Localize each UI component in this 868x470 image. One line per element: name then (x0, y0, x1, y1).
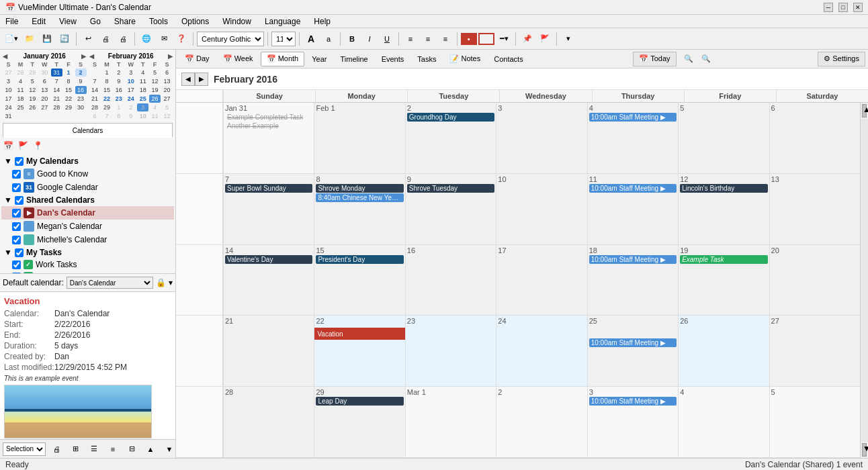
jan-day[interactable]: 30 (75, 103, 87, 111)
down-arrow-icon[interactable]: ▾ (169, 278, 173, 287)
menu-edit[interactable]: Edit (29, 15, 48, 28)
open-button[interactable]: 📁 (21, 31, 38, 47)
cal-cell-feb29[interactable]: 29 Leap Day (314, 387, 404, 457)
feb-day[interactable]: 3 (137, 103, 148, 111)
print-bottom-button[interactable]: 🖨 (48, 441, 64, 457)
jan-day[interactable]: 30 (39, 68, 50, 77)
feb-day[interactable]: 29 (101, 103, 112, 111)
cal-cell-feb20[interactable]: 20 (769, 245, 860, 316)
font-select[interactable]: Century Gothic (197, 32, 264, 46)
cal-cell-feb22[interactable]: 22 Vacation▶ (314, 316, 404, 386)
jan-day[interactable]: 25 (15, 103, 26, 111)
event-shrove-tuesday[interactable]: Shrove Tuesday (407, 184, 494, 193)
calendar-michelle[interactable]: Michelle's Calendar (1, 233, 174, 246)
jan-day[interactable]: 5 (27, 77, 38, 85)
feb-day[interactable]: 5 (149, 68, 161, 77)
jan-day[interactable]: 13 (39, 86, 50, 94)
bold-button[interactable]: B (344, 31, 360, 47)
my-calendars-checkbox[interactable] (15, 157, 24, 166)
event-presidents-day[interactable]: President's Day (316, 255, 403, 264)
jan-day[interactable]: 9 (75, 77, 87, 85)
tab-events[interactable]: Events (376, 52, 410, 66)
cal-cell-mar2[interactable]: 2 (496, 387, 587, 457)
event-shrove-monday[interactable]: Shrove Monday (316, 184, 403, 193)
cal-cell-feb2[interactable]: 2 Groundhog Day (405, 103, 496, 173)
italic-button[interactable]: I (361, 31, 378, 47)
list-view-button[interactable]: ☰ (86, 441, 102, 457)
cal-cell-feb15[interactable]: 15 President's Day (314, 245, 404, 316)
feb-day[interactable]: 8 (113, 112, 124, 120)
menu-language[interactable]: Language (262, 15, 303, 28)
cal-cell-feb5[interactable]: 5 (678, 103, 769, 173)
jan-day[interactable]: 16 (75, 86, 87, 94)
jan-day[interactable]: 17 (3, 95, 14, 103)
feb-day[interactable]: 10 (125, 77, 136, 85)
cal-checkbox[interactable] (12, 236, 21, 244)
menu-go[interactable]: Go (87, 15, 103, 28)
event-another-example[interactable]: Another Example (225, 122, 312, 130)
feb-day[interactable]: 3 (125, 68, 136, 77)
jan-day[interactable]: 28 (51, 103, 62, 111)
flag-icon[interactable]: 🚩 (17, 140, 28, 151)
menu-view[interactable]: View (56, 15, 79, 28)
jan-day[interactable]: 27 (3, 68, 14, 77)
cal-cell-feb11[interactable]: 11 10:00am Staff Meeting ▶ (587, 174, 678, 244)
jan-day[interactable]: 24 (3, 103, 14, 111)
calendar-icon[interactable]: 📅 (3, 140, 13, 151)
event-staff-meeting-3[interactable]: 10:00am Staff Meeting ▶ (589, 255, 677, 264)
align-right-button[interactable]: ≡ (437, 31, 453, 47)
feb-day[interactable]: 4 (149, 103, 161, 111)
jan-day[interactable]: 11 (15, 86, 26, 94)
jan-day[interactable]: 1 (63, 68, 75, 77)
event-superbowl[interactable]: Super Bowl Sunday (225, 184, 312, 193)
feb-day[interactable]: 28 (89, 103, 101, 111)
feb-day[interactable]: 7 (101, 112, 112, 120)
jan-day[interactable]: 12 (27, 86, 38, 94)
jan-day[interactable]: 29 (27, 68, 38, 77)
cal-cell-mar5[interactable]: 5 (769, 387, 860, 457)
feb-day[interactable]: 25 (137, 95, 148, 103)
my-tasks-header[interactable]: ▼ My Tasks (1, 246, 174, 258)
feb-day[interactable]: 11 (149, 112, 161, 120)
color-red-button[interactable]: ▪ (461, 33, 477, 45)
task-work[interactable]: ✓ Work Tasks (1, 258, 174, 271)
cal-cell-feb21[interactable]: 21 (223, 316, 314, 386)
zoom-in-button[interactable]: 🔍 (698, 51, 714, 67)
align-center-button[interactable]: ≡ (420, 31, 436, 47)
today-button[interactable]: 📅 Today (633, 52, 676, 66)
feb-day[interactable]: 27 (161, 95, 173, 103)
event-groundhog-day[interactable]: Groundhog Day (407, 113, 494, 122)
shared-calendars-checkbox[interactable] (15, 196, 24, 205)
menu-share[interactable]: Share (112, 15, 138, 28)
calendar-megan[interactable]: Megan's Calendar (1, 220, 174, 233)
underline-button[interactable]: U (379, 31, 395, 47)
event-staff-meeting-4[interactable]: 10:00am Staff Meeting ▶ (589, 338, 677, 347)
shared-calendars-header[interactable]: ▼ Shared Calendars (1, 194, 174, 206)
feb-day[interactable]: 6 (89, 112, 101, 120)
feb-day[interactable] (89, 68, 101, 77)
undo-button[interactable]: ↩ (80, 31, 96, 47)
tab-contacts[interactable]: Contacts (488, 52, 529, 66)
feb-day[interactable]: 13 (161, 77, 173, 85)
jan-day[interactable]: 28 (15, 68, 26, 77)
tab-calendars[interactable]: Calendars (3, 123, 173, 138)
scroll-up-button[interactable]: ▲ (862, 104, 867, 117)
cal-cell-feb7[interactable]: 7 Super Bowl Sunday (223, 174, 314, 244)
event-leap-day[interactable]: Leap Day (316, 397, 403, 406)
jan-day[interactable]: 31 (3, 112, 14, 120)
feb-day[interactable]: 15 (101, 86, 112, 94)
cal-cell-mar3[interactable]: 3 10:00am Staff Meeting ▶ (587, 387, 678, 457)
jan-day[interactable]: 31 (51, 68, 62, 77)
feb-day[interactable]: 26 (149, 95, 161, 103)
cal-cell-feb4[interactable]: 4 10:00am Staff Meeting ▶ (587, 103, 678, 173)
new-button[interactable]: 📄▾ (3, 31, 20, 47)
save-button[interactable]: 💾 (39, 31, 55, 47)
up-button[interactable]: ▲ (142, 441, 159, 457)
feb-day[interactable]: 1 (101, 68, 112, 77)
feb-day[interactable]: 16 (113, 86, 124, 94)
feb-prev-button[interactable]: ◀ (89, 53, 94, 60)
scroll-down-button[interactable]: ▼ (862, 443, 867, 457)
font-decrease-button[interactable]: a (320, 31, 337, 47)
settings-button[interactable]: ⚙ Settings (818, 52, 865, 66)
close-button[interactable]: ✕ (853, 3, 863, 12)
